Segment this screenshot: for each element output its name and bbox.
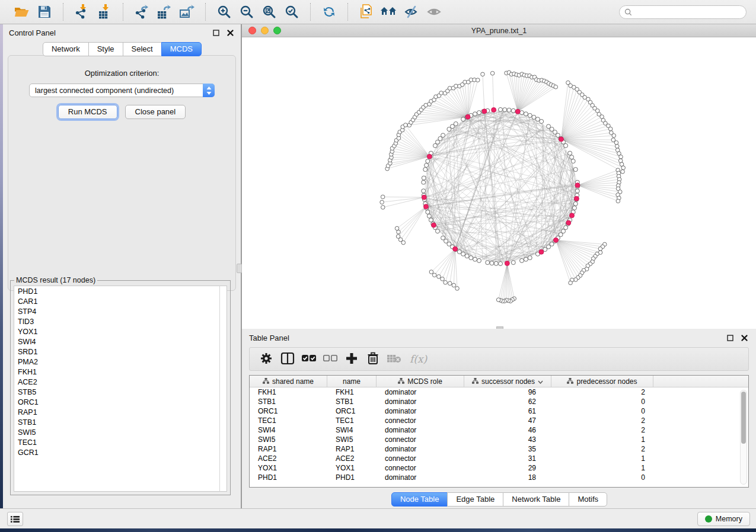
result-node[interactable]: TID3 <box>14 316 227 326</box>
column-header-name[interactable]: name <box>327 376 377 387</box>
hide-selected-button[interactable] <box>400 2 423 22</box>
result-node[interactable]: GCR1 <box>14 447 227 457</box>
result-node[interactable]: STB1 <box>14 417 227 427</box>
table-cell: 2 <box>551 416 653 425</box>
table-cell: 29 <box>464 464 551 472</box>
result-node[interactable]: SRD1 <box>14 347 227 357</box>
result-node[interactable]: FKH1 <box>14 367 227 377</box>
close-panel-icon[interactable] <box>225 28 235 37</box>
search-input[interactable] <box>635 8 741 16</box>
table-row[interactable]: PHD1PHD1dominator180 <box>250 473 748 482</box>
result-node[interactable]: ORC1 <box>14 397 227 407</box>
import-table-button[interactable] <box>93 2 116 22</box>
main-toolbar <box>0 0 756 24</box>
delete-row-button[interactable] <box>362 350 384 368</box>
network-canvas[interactable] <box>242 37 756 329</box>
table-cell: dominator <box>377 473 464 482</box>
clone-network-button[interactable] <box>355 2 378 22</box>
table-row[interactable]: YOX1YOX1connector291 <box>250 463 748 473</box>
result-node[interactable]: SWI5 <box>14 427 227 437</box>
zoom-fit-button[interactable] <box>258 2 280 22</box>
column-header-predecessor-nodes[interactable]: predecessor nodes <box>551 376 653 387</box>
table-row[interactable]: FKH1FKH1dominator962 <box>250 387 748 397</box>
table-cell: connector <box>377 435 464 444</box>
memory-button[interactable]: Memory <box>697 512 750 526</box>
select-all-button[interactable] <box>298 350 320 368</box>
mcds-panel: Optimization criterion: largest connecte… <box>8 55 236 291</box>
deselect-all-button[interactable] <box>320 350 341 368</box>
import-network-button[interactable] <box>71 2 93 22</box>
panel-splitter-handle[interactable] <box>237 264 242 273</box>
tab-motifs[interactable]: Motifs <box>569 492 607 507</box>
tab-network-table[interactable]: Network Table <box>503 492 569 507</box>
criterion-dropdown[interactable]: largest connected component (undirected) <box>29 84 215 97</box>
table-header: shared namenameMCDS rolesuccessor nodesp… <box>250 376 748 387</box>
result-node[interactable]: RAP1 <box>14 407 227 417</box>
result-node[interactable]: ACE2 <box>14 377 227 387</box>
tab-network[interactable]: Network <box>43 42 89 56</box>
table-row[interactable]: ACE2ACE2connector311 <box>250 454 748 463</box>
result-node[interactable]: TEC1 <box>14 437 227 447</box>
table-row[interactable]: TEC1TEC1connector472 <box>250 416 748 425</box>
result-node[interactable]: PHD1 <box>14 286 227 296</box>
table-cell: 0 <box>551 398 653 406</box>
zoom-selected-button[interactable] <box>280 2 303 22</box>
show-all-button[interactable] <box>423 2 445 22</box>
network-titlebar[interactable]: YPA_prune.txt_1 <box>242 24 756 37</box>
search-box[interactable] <box>619 5 747 19</box>
export-network-button[interactable] <box>130 2 153 22</box>
open-file-button[interactable] <box>11 2 33 22</box>
result-scrollbar[interactable] <box>219 286 220 491</box>
refresh-button[interactable] <box>318 2 340 22</box>
delete-table-button[interactable] <box>384 350 405 368</box>
table-cell: connector <box>377 454 464 463</box>
gear-button[interactable] <box>256 350 277 368</box>
table-scrollbar[interactable] <box>740 390 747 485</box>
shared-column-icon <box>472 377 479 386</box>
save-session-button[interactable] <box>33 2 56 22</box>
table-cell: 0 <box>551 407 653 415</box>
result-node[interactable]: PMA2 <box>14 357 227 367</box>
mcds-result-list[interactable]: PHD1CAR1STP4TID3YOX1SWI4SRD1PMA2FKH1ACE2… <box>14 286 227 492</box>
column-header-MCDS-role[interactable]: MCDS role <box>377 376 464 387</box>
table-row[interactable]: SWI5SWI5connector431 <box>250 435 748 444</box>
first-neighbors-button[interactable] <box>378 2 400 22</box>
table-scrollbar-thumb[interactable] <box>741 392 746 444</box>
task-history-button[interactable] <box>7 512 23 526</box>
zoom-in-button[interactable] <box>213 2 235 22</box>
float-table-panel-icon[interactable] <box>725 333 735 342</box>
gear-icon <box>260 352 273 367</box>
table-row[interactable]: ORC1ORC1dominator610 <box>250 406 748 416</box>
export-image-button[interactable] <box>176 2 198 22</box>
tab-mcds[interactable]: MCDS <box>161 42 202 56</box>
select-all-icon <box>301 353 317 366</box>
table-cell: dominator <box>377 445 464 453</box>
result-node[interactable]: SWI4 <box>14 336 227 347</box>
float-panel-icon[interactable] <box>211 28 221 37</box>
result-node[interactable]: STB5 <box>14 387 227 397</box>
tab-node-table[interactable]: Node Table <box>391 492 448 507</box>
run-mcds-button[interactable]: Run MCDS <box>58 105 117 119</box>
result-node[interactable]: YOX1 <box>14 326 227 336</box>
close-table-panel-icon[interactable] <box>739 333 749 342</box>
column-header-shared-name[interactable]: shared name <box>250 376 327 387</box>
result-node[interactable]: CAR1 <box>14 296 227 306</box>
save-session-icon <box>37 5 52 19</box>
close-panel-button[interactable]: Close panel <box>125 105 186 119</box>
zoom-out-button[interactable] <box>235 2 258 22</box>
table-row[interactable]: SWI4SWI4dominator462 <box>250 425 748 435</box>
tab-edge-table[interactable]: Edge Table <box>447 492 503 507</box>
export-network-icon <box>134 4 149 20</box>
dropdown-stepper-icon <box>203 84 215 97</box>
table-row[interactable]: STB1STB1dominator620 <box>250 397 748 406</box>
export-table-button[interactable] <box>153 2 176 22</box>
column-label: successor nodes <box>481 377 535 386</box>
tab-style[interactable]: Style <box>88 42 123 56</box>
result-node[interactable]: STP4 <box>14 306 227 316</box>
add-row-button[interactable] <box>341 350 362 368</box>
table-row[interactable]: RAP1RAP1dominator352 <box>250 444 748 454</box>
export-image-icon <box>179 4 194 20</box>
tab-select[interactable]: Select <box>123 42 162 56</box>
split-columns-button[interactable] <box>277 350 298 368</box>
column-header-successor-nodes[interactable]: successor nodes <box>464 376 551 387</box>
